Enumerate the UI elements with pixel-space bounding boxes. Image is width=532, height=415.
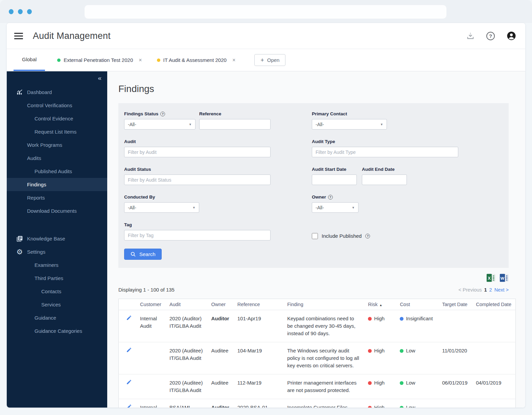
reference-input[interactable] (199, 119, 271, 130)
tab-global[interactable]: Global (14, 49, 45, 71)
status-dot-yellow-icon (157, 59, 160, 62)
audit-status-filter-input[interactable] (124, 175, 271, 185)
help-icon[interactable]: ? (365, 234, 370, 238)
audit-cell: 2020 (Auditee) IT/GLBA Audit (165, 342, 207, 374)
column-header-cost[interactable]: Cost (396, 299, 438, 310)
risk-high-dot-icon (368, 349, 372, 353)
audit-filter-input[interactable] (124, 147, 271, 157)
edit-pencil-icon[interactable] (126, 348, 132, 354)
download-icon[interactable] (466, 31, 475, 40)
table-header-row: Customer Audit Owner Reference Finding R… (119, 299, 516, 310)
sidebar-item-contacts[interactable]: Contacts (7, 285, 107, 298)
risk-cell: High (364, 342, 396, 374)
menu-icon[interactable] (14, 33, 23, 39)
column-header-target-date[interactable]: Target Date (438, 299, 472, 310)
window-dot-icon[interactable] (27, 9, 32, 14)
tab-global-label: Global (22, 56, 37, 62)
app-window: Audit Management ? Global (7, 23, 525, 408)
edit-pencil-icon[interactable] (126, 405, 132, 408)
help-icon[interactable]: ? (486, 32, 495, 40)
open-button[interactable]: + Open (254, 54, 285, 66)
completed-date-cell (472, 342, 515, 374)
account-icon[interactable] (506, 31, 516, 41)
sidebar-item-request-list-items[interactable]: Request List Items (7, 125, 107, 138)
app-title: Audit Management (33, 31, 111, 41)
edit-pencil-icon[interactable] (126, 380, 132, 386)
sidebar-item-knowledge-base[interactable]: Knowledge Base (7, 232, 107, 245)
include-published-checkbox[interactable] (312, 233, 318, 239)
close-icon[interactable]: × (232, 57, 235, 63)
search-button-label: Search (139, 251, 156, 257)
audit-end-date-label: Audit End Date (362, 167, 407, 172)
primary-contact-select[interactable]: -All- ▼ (312, 119, 387, 130)
sidebar-item-control-verifications[interactable]: Control Verifications (7, 99, 107, 112)
pagination: < Previous 1 2 Next > (459, 287, 509, 293)
page-title: Findings (118, 84, 509, 94)
tab-it-audit-assessment[interactable]: IT Audit & Assessment 2020 × (154, 49, 238, 71)
sidebar-item-settings[interactable]: ⚙ Settings (7, 245, 107, 258)
sidebar-item-label: Services (41, 302, 61, 307)
sidebar-item-audits[interactable]: Audits (7, 152, 107, 165)
sidebar-item-reports[interactable]: Reports (7, 191, 107, 204)
audit-end-date-input[interactable] (362, 175, 407, 185)
sidebar-item-guidance-categories[interactable]: Guidance Categories (7, 324, 107, 338)
window-dot-icon[interactable] (18, 9, 23, 14)
reference-cell: 112-Mar19 (233, 374, 283, 399)
target-date-cell: 11/01/2020 (438, 342, 472, 374)
collapse-sidebar-icon[interactable]: « (98, 74, 101, 82)
sidebar-item-third-parties[interactable]: Third Parties (7, 272, 107, 285)
edit-pencil-icon[interactable] (126, 316, 132, 322)
findings-table: Customer Audit Owner Reference Finding R… (118, 299, 516, 408)
include-published-label: Include Published (322, 233, 362, 239)
page-2-link[interactable]: 2 (489, 287, 492, 293)
previous-page-link[interactable]: < Previous (459, 287, 482, 293)
sidebar-item-work-programs[interactable]: Work Programs (7, 138, 107, 152)
audit-label: Audit (124, 139, 271, 144)
owner-select[interactable]: -All- ▼ (312, 202, 358, 213)
open-button-label: Open (267, 57, 280, 63)
sidebar-item-label: Settings (27, 249, 45, 255)
column-header-completed-date[interactable]: Completed Date (472, 299, 515, 310)
search-button[interactable]: Search (124, 249, 162, 260)
close-icon[interactable]: × (139, 57, 142, 63)
audit-type-filter-input[interactable] (312, 147, 458, 157)
sidebar-item-dashboard[interactable]: Dashboard (7, 86, 107, 99)
sidebar-item-findings[interactable]: Findings (7, 178, 107, 191)
next-page-link[interactable]: Next > (494, 287, 509, 293)
export-excel-icon[interactable]: X (486, 273, 495, 282)
selected-value: -All- (316, 122, 324, 127)
sidebar-item-services[interactable]: Services (7, 298, 107, 311)
search-icon (130, 251, 136, 257)
column-header-finding[interactable]: Finding (283, 299, 364, 310)
sidebar-item-control-evidence[interactable]: Control Evidence (7, 112, 107, 125)
column-header-customer[interactable]: Customer (136, 299, 165, 310)
main-content: Findings Findings Status ? -All- ▼ (107, 71, 525, 408)
help-icon[interactable]: ? (160, 112, 165, 116)
sidebar-item-label: Control Verifications (27, 102, 72, 108)
sidebar-item-label: Third Parties (34, 275, 63, 281)
tag-filter-input[interactable] (124, 230, 271, 240)
audit-cell: 2020 (Auditee) IT/GLBA Audit (165, 374, 207, 399)
window-dot-icon[interactable] (9, 9, 14, 14)
conducted-by-select[interactable]: -All- ▼ (124, 202, 199, 213)
column-header-audit[interactable]: Audit (165, 299, 207, 310)
help-icon[interactable]: ? (328, 195, 333, 200)
sidebar-item-published-audits[interactable]: Published Audits (7, 165, 107, 178)
findings-status-select[interactable]: -All- ▼ (124, 119, 195, 130)
risk-high-dot-icon (368, 381, 372, 385)
sidebar-item-guidance[interactable]: Guidance (7, 311, 107, 324)
sidebar-item-download-documents[interactable]: Download Documents (7, 204, 107, 217)
column-header-reference[interactable]: Reference (233, 299, 283, 310)
tab-external-penetration-test[interactable]: External Penetration Test 2020 × (54, 49, 144, 71)
sidebar-item-label: Work Programs (27, 142, 62, 148)
address-bar[interactable] (85, 5, 446, 19)
column-header-owner[interactable]: Owner (207, 299, 233, 310)
export-word-icon[interactable]: W (500, 273, 509, 282)
sidebar-item-examiners[interactable]: Examiners (7, 258, 107, 272)
primary-contact-label: Primary Contact (312, 111, 387, 116)
audit-start-date-input[interactable] (312, 175, 357, 185)
selected-value: -All- (128, 205, 136, 210)
risk-cell: High (364, 399, 396, 408)
column-header-risk[interactable]: Risk▲ (364, 299, 396, 310)
cost-cell: Insignificant (396, 310, 438, 342)
